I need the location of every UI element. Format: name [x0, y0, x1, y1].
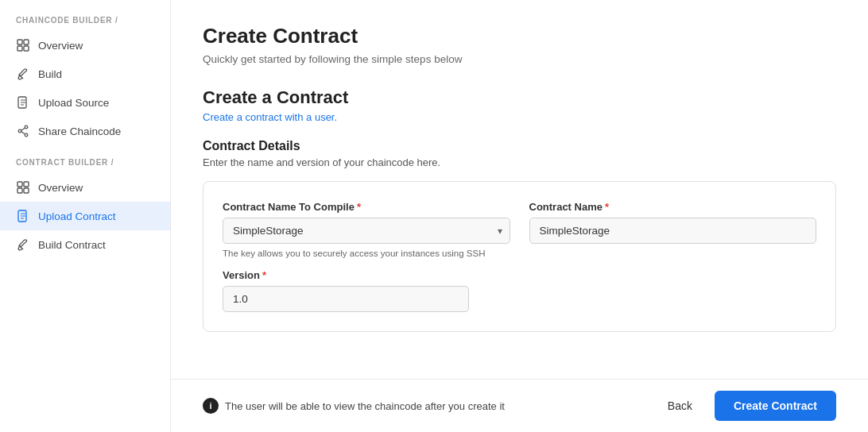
version-group: Version *	[223, 269, 469, 312]
sidebar: CHAINCODE BUILDER / Overview Build	[0, 0, 171, 432]
wrench-icon	[16, 67, 30, 81]
contract-builder-label: CONTRACT BUILDER /	[0, 158, 170, 173]
svg-rect-9	[24, 182, 29, 187]
contract-name-input[interactable]	[529, 218, 817, 244]
svg-rect-0	[17, 40, 22, 44]
sidebar-item-upload-contract[interactable]: Upload Contract	[0, 202, 170, 230]
svg-point-5	[25, 125, 28, 129]
grid-icon	[16, 180, 30, 195]
footer: i The user will be able to view the chai…	[171, 379, 868, 432]
svg-rect-11	[24, 188, 29, 193]
contract-name-group: Contract Name *	[529, 201, 817, 258]
contract-name-compile-select[interactable]: SimpleStorage	[223, 218, 510, 244]
sidebar-item-label: Build	[38, 68, 62, 80]
sidebar-item-label: Build Contract	[38, 239, 106, 251]
sidebar-item-build-contract[interactable]: Build Contract	[0, 230, 170, 259]
contract-name-label: Contract Name *	[529, 201, 817, 213]
svg-rect-10	[17, 188, 22, 193]
page-subtitle: Quickly get started by following the sim…	[203, 53, 836, 65]
contract-details-hint: Enter the name and version of your chain…	[203, 156, 836, 168]
required-star-3: *	[262, 269, 266, 281]
main-content: Create Contract Quickly get started by f…	[171, 0, 868, 379]
svg-rect-2	[17, 46, 22, 51]
section-title: Create a Contract	[203, 87, 836, 108]
sidebar-item-overview[interactable]: Overview	[0, 31, 170, 60]
contract-name-compile-select-wrapper: SimpleStorage ▾	[223, 218, 510, 244]
sidebar-item-label: Overview	[38, 40, 83, 52]
contract-builder-group: CONTRACT BUILDER / Overview Upload Contr…	[0, 158, 170, 259]
info-icon: i	[203, 398, 219, 414]
required-star: *	[357, 201, 361, 213]
form-hint-ssh: The key allows you to securely access yo…	[223, 249, 510, 258]
wrench-icon	[16, 237, 30, 252]
sidebar-item-label: Upload Contract	[38, 210, 116, 222]
form-card: Contract Name To Compile * SimpleStorage…	[203, 181, 836, 332]
svg-point-7	[18, 129, 21, 133]
version-input[interactable]	[223, 286, 469, 312]
sidebar-item-label: Share Chaincode	[38, 125, 121, 137]
share-icon	[16, 124, 30, 138]
sidebar-item-label: Upload Source	[38, 97, 109, 109]
contract-name-compile-group: Contract Name To Compile * SimpleStorage…	[223, 201, 510, 258]
sidebar-item-build[interactable]: Build	[0, 60, 170, 88]
footer-actions: Back Create Contract	[658, 391, 836, 421]
contract-name-compile-label: Contract Name To Compile *	[223, 201, 510, 213]
required-star-2: *	[605, 201, 609, 213]
contract-details-heading: Contract Details	[203, 139, 836, 153]
sidebar-item-share-chaincode[interactable]: Share Chaincode	[0, 117, 170, 145]
file-upload-icon	[16, 209, 30, 223]
page-title: Create Contract	[203, 24, 836, 48]
create-contract-button[interactable]: Create Contract	[715, 391, 836, 421]
section-subtitle: Create a contract with a user.	[203, 111, 836, 123]
back-button[interactable]: Back	[658, 393, 702, 418]
svg-rect-1	[24, 40, 29, 44]
footer-info: i The user will be able to view the chai…	[203, 398, 505, 414]
chaincode-builder-group: CHAINCODE BUILDER / Overview Build	[0, 16, 170, 145]
sidebar-item-upload-source[interactable]: Upload Source	[0, 88, 170, 117]
footer-info-text: The user will be able to view the chainc…	[225, 400, 505, 412]
version-label: Version *	[223, 269, 469, 281]
form-version-row: Version *	[223, 269, 816, 312]
file-icon	[16, 95, 30, 110]
svg-point-6	[25, 133, 28, 137]
sidebar-item-label: Overview	[38, 182, 83, 194]
grid-icon	[16, 38, 30, 52]
svg-rect-8	[17, 182, 22, 187]
svg-rect-3	[24, 46, 29, 51]
chaincode-builder-label: CHAINCODE BUILDER /	[0, 16, 170, 31]
form-row-1: Contract Name To Compile * SimpleStorage…	[223, 201, 816, 258]
sidebar-item-contract-overview[interactable]: Overview	[0, 173, 170, 202]
